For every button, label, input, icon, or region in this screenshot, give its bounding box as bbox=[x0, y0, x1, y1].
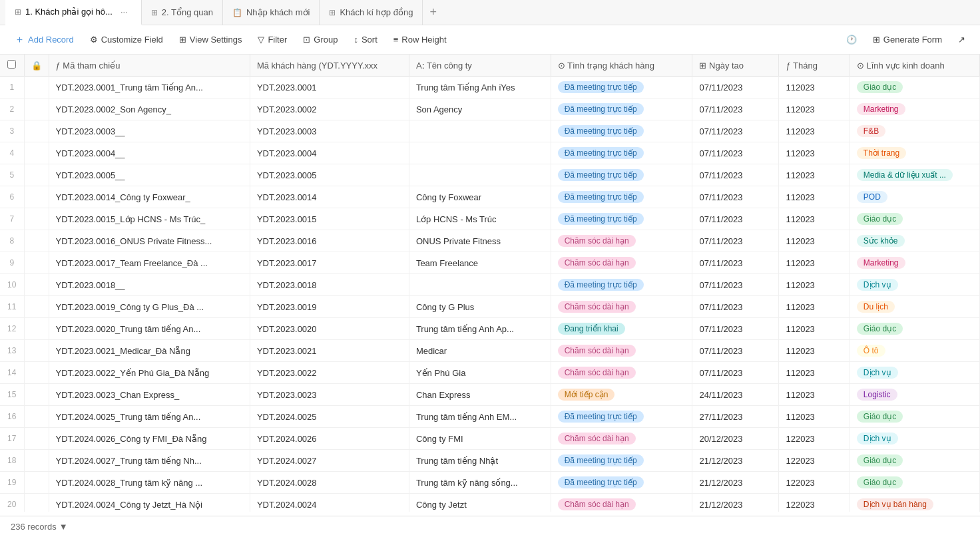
row-ref-cell[interactable]: YDT.2023.0023_Chan Express_ bbox=[49, 384, 250, 406]
row-date-cell: 07/11/2023 bbox=[692, 274, 779, 296]
row-ref-cell[interactable]: YDT.2024.0028_Trung tâm kỹ năng ... bbox=[49, 472, 250, 494]
tab-add-button[interactable]: + bbox=[423, 5, 443, 19]
row-code-cell[interactable]: YDT.2023.0016 bbox=[250, 230, 409, 252]
row-company-cell[interactable]: Medicar bbox=[409, 340, 551, 362]
row-ref-cell[interactable]: YDT.2024.0026_Công ty FMI_Đà Nẵng bbox=[49, 428, 250, 450]
row-code-cell[interactable]: YDT.2023.0017 bbox=[250, 252, 409, 274]
row-company-cell[interactable]: Trung tâm tiếng Anh Ap... bbox=[409, 318, 551, 340]
row-code-cell[interactable]: YDT.2023.0014 bbox=[250, 186, 409, 208]
row-ref-cell[interactable]: YDT.2023.0021_Medicar_Đà Nẵng bbox=[49, 340, 250, 362]
row-code-cell[interactable]: YDT.2024.0025 bbox=[250, 406, 409, 428]
table-row: 3 YDT.2023.0003__ YDT.2023.0003 Đã meeti… bbox=[0, 120, 980, 142]
row-company-cell[interactable] bbox=[409, 120, 551, 142]
row-code-cell[interactable]: YDT.2023.0004 bbox=[250, 142, 409, 164]
row-company-cell[interactable]: ONUS Private Fitness bbox=[409, 230, 551, 252]
row-ref-cell[interactable]: YDT.2023.0003__ bbox=[49, 120, 250, 142]
row-date-cell: 07/11/2023 bbox=[692, 186, 779, 208]
tab-3-nhap-khach[interactable]: 📋 Nhập khách mới bbox=[223, 0, 320, 25]
row-code-cell[interactable]: YDT.2023.0002 bbox=[250, 98, 409, 120]
row-code-cell[interactable]: YDT.2023.0023 bbox=[250, 384, 409, 406]
col-checkbox[interactable] bbox=[0, 55, 24, 77]
clock-icon-button[interactable]: 🕐 bbox=[840, 31, 863, 48]
row-code-cell[interactable]: YDT.2023.0001 bbox=[250, 77, 409, 98]
row-company-cell[interactable]: Yến Phú Gia bbox=[409, 362, 551, 384]
row-code-cell[interactable]: YDT.2023.0018 bbox=[250, 274, 409, 296]
col-month-header[interactable]: ƒ Tháng bbox=[779, 55, 850, 77]
col-status-label: ⊙ Tình trạng khách hàng bbox=[558, 61, 654, 71]
row-ref-cell[interactable]: YDT.2024.0025_Trung tâm tiếng An... bbox=[49, 406, 250, 428]
table-row: 16 YDT.2024.0025_Trung tâm tiếng An... Y… bbox=[0, 406, 980, 428]
row-ref-cell[interactable]: YDT.2023.0022_Yến Phú Gia_Đà Nẵng bbox=[49, 362, 250, 384]
row-ref-cell[interactable]: YDT.2023.0002_Son Agency_ bbox=[49, 98, 250, 120]
row-company-cell[interactable]: Công ty Foxwear bbox=[409, 186, 551, 208]
row-ref-cell[interactable]: YDT.2023.0014_Công ty Foxwear_ bbox=[49, 186, 250, 208]
row-company-cell[interactable] bbox=[409, 274, 551, 296]
row-company-cell[interactable]: Trung tâm tiếng Anh EM... bbox=[409, 406, 551, 428]
row-industry-cell: Dịch vụ bbox=[850, 362, 979, 384]
row-ref-cell[interactable]: YDT.2023.0015_Lớp HCNS - Ms Trúc_ bbox=[49, 208, 250, 230]
row-ref-cell[interactable]: YDT.2023.0020_Trung tâm tiếng An... bbox=[49, 318, 250, 340]
row-company-cell[interactable]: Lớp HCNS - Ms Trúc bbox=[409, 208, 551, 230]
row-company-cell[interactable]: Trung tâm kỹ năng sống... bbox=[409, 472, 551, 494]
col-company-header[interactable]: Aː Tên công ty bbox=[409, 55, 551, 77]
row-company-cell[interactable]: Công ty Jetzt bbox=[409, 494, 551, 512]
row-company-cell[interactable]: Chan Express bbox=[409, 384, 551, 406]
row-company-cell[interactable]: Team Freelance bbox=[409, 252, 551, 274]
table-row: 15 YDT.2023.0023_Chan Express_ YDT.2023.… bbox=[0, 384, 980, 406]
row-code-cell[interactable]: YDT.2023.0022 bbox=[250, 362, 409, 384]
tab-1-more[interactable]: ··· bbox=[117, 7, 132, 17]
col-month-label: ƒ Tháng bbox=[786, 61, 817, 71]
row-code-cell[interactable]: YDT.2023.0021 bbox=[250, 340, 409, 362]
row-ref-cell[interactable]: YDT.2023.0018__ bbox=[49, 274, 250, 296]
row-company-cell[interactable] bbox=[409, 142, 551, 164]
row-company-cell[interactable] bbox=[409, 164, 551, 186]
col-status-header[interactable]: ⊙ Tình trạng khách hàng bbox=[551, 55, 692, 77]
row-code-cell[interactable]: YDT.2023.0019 bbox=[250, 296, 409, 318]
select-all-checkbox[interactable] bbox=[7, 60, 16, 69]
row-company-cell[interactable]: Son Agency bbox=[409, 98, 551, 120]
group-label: Group bbox=[314, 35, 338, 45]
row-code-cell[interactable]: YDT.2023.0020 bbox=[250, 318, 409, 340]
col-code-header[interactable]: Mã khách hàng (YDT.YYYY.xxx bbox=[250, 55, 409, 77]
row-ref-cell[interactable]: YDT.2023.0004__ bbox=[49, 142, 250, 164]
row-company-cell[interactable]: Trung tâm Tiếng Anh iYes bbox=[409, 77, 551, 98]
row-date-cell: 07/11/2023 bbox=[692, 77, 779, 98]
row-ref-cell[interactable]: YDT.2023.0001_Trung tâm Tiếng An... bbox=[49, 77, 250, 98]
row-code-cell[interactable]: YDT.2023.0005 bbox=[250, 164, 409, 186]
row-lock-cell bbox=[24, 450, 49, 472]
row-code-cell[interactable]: YDT.2024.0026 bbox=[250, 428, 409, 450]
row-company-cell[interactable]: Công ty G Plus bbox=[409, 296, 551, 318]
row-code-cell[interactable]: YDT.2024.0024 bbox=[250, 494, 409, 512]
col-date-header[interactable]: ⊞ Ngày tao bbox=[692, 55, 779, 77]
group-button[interactable]: ⊡ Group bbox=[296, 31, 344, 48]
row-ref-cell[interactable]: YDT.2024.0027_Trung tâm tiếng Nh... bbox=[49, 450, 250, 472]
row-code-cell[interactable]: YDT.2024.0028 bbox=[250, 472, 409, 494]
row-company-cell[interactable]: Công ty FMI bbox=[409, 428, 551, 450]
row-ref-cell[interactable]: YDT.2023.0005__ bbox=[49, 164, 250, 186]
row-code-cell[interactable]: YDT.2024.0027 bbox=[250, 450, 409, 472]
col-industry-label: ⊙ Lĩnh vực kinh doanh bbox=[857, 61, 945, 71]
add-record-button[interactable]: ＋ Add Record bbox=[8, 30, 81, 49]
row-ref-cell[interactable]: YDT.2024.0024_Công ty Jetzt_Hà Nội bbox=[49, 494, 250, 512]
generate-form-button[interactable]: ⊞ Generate Form bbox=[866, 31, 949, 48]
row-height-button[interactable]: ≡ Row Height bbox=[387, 31, 453, 48]
table-row: 12 YDT.2023.0020_Trung tâm tiếng An... Y… bbox=[0, 318, 980, 340]
col-ref-header[interactable]: ƒ Mã tham chiếu bbox=[49, 55, 250, 77]
row-ref-cell[interactable]: YDT.2023.0017_Team Freelance_Đà ... bbox=[49, 252, 250, 274]
col-industry-header[interactable]: ⊙ Lĩnh vực kinh doanh bbox=[850, 55, 979, 77]
filter-button[interactable]: ▽ Filter bbox=[251, 31, 294, 48]
share-button[interactable]: ↗ bbox=[951, 31, 972, 48]
row-ref-cell[interactable]: YDT.2023.0016_ONUS Private Fitness... bbox=[49, 230, 250, 252]
row-company-cell[interactable]: Trung tâm tiếng Nhật bbox=[409, 450, 551, 472]
row-code-cell[interactable]: YDT.2023.0015 bbox=[250, 208, 409, 230]
sort-button[interactable]: ↕ Sort bbox=[347, 31, 383, 48]
customize-field-button[interactable]: ⚙ Customize Field bbox=[83, 31, 170, 48]
row-ref-cell[interactable]: YDT.2023.0019_Công ty G Plus_Đà ... bbox=[49, 296, 250, 318]
tab-1-khach[interactable]: ⊞ 1. Khách phải gọi hô... ··· bbox=[5, 0, 142, 25]
row-lock-cell bbox=[24, 296, 49, 318]
view-settings-button[interactable]: ⊞ View Settings bbox=[172, 31, 249, 48]
row-code-cell[interactable]: YDT.2023.0003 bbox=[250, 120, 409, 142]
share-icon: ↗ bbox=[958, 35, 965, 45]
tab-2-tong-quan[interactable]: ⊞ 2. Tổng quan bbox=[142, 0, 223, 25]
tab-4-hop-dong[interactable]: ⊞ Khách kí hợp đồng bbox=[320, 0, 423, 25]
